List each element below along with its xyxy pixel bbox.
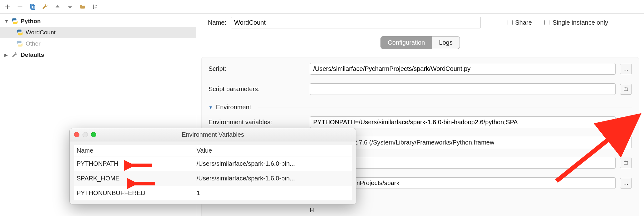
- tree-item-label: Other: [26, 40, 41, 47]
- plus-icon[interactable]: [4, 3, 11, 11]
- tab-configuration[interactable]: Configuration: [380, 36, 432, 49]
- dialog-title: Environment Variables: [70, 131, 356, 138]
- python-icon: [16, 29, 23, 36]
- single-instance-label: Single instance only: [552, 19, 608, 26]
- script-input[interactable]: [310, 63, 616, 75]
- env-value-cell: /Users/similarface/spark-1.6.0-bin...: [197, 175, 349, 182]
- wrench-icon[interactable]: [41, 3, 49, 11]
- script-browse-button[interactable]: …: [620, 64, 632, 74]
- env-vars-dialog: Environment Variables Name Value PYTHONP…: [69, 128, 356, 204]
- python-icon: [16, 40, 23, 47]
- single-instance-checkbox[interactable]: Single instance only: [544, 19, 608, 26]
- interpreter-options-expand-button[interactable]: [620, 158, 632, 168]
- script-params-input[interactable]: [310, 83, 616, 95]
- env-vars-label: Environment variables:: [209, 119, 305, 126]
- python-icon: [11, 18, 18, 25]
- table-row[interactable]: PYTHONUNBUFFERED 1: [74, 186, 352, 200]
- updown-icon: ▲▼: [624, 140, 628, 145]
- script-params-expand-button[interactable]: [620, 84, 632, 95]
- chevron-right-icon: ▶: [4, 52, 9, 57]
- env-value-cell: /Users/similarface/spark-1.6.0-bin...: [197, 160, 349, 167]
- svg-rect-1: [32, 5, 35, 9]
- tree-node-defaults[interactable]: ▶ Defaults: [0, 49, 196, 61]
- table-row[interactable]: PYTHONPATH /Users/similarface/spark-1.6.…: [74, 156, 352, 171]
- sort-az-icon[interactable]: az: [91, 3, 99, 11]
- env-name-cell: SPARK_HOME: [77, 175, 197, 182]
- chevron-down-icon: ▼: [4, 19, 9, 24]
- tabs: Configuration Logs: [201, 36, 639, 49]
- partial-text-2: H: [310, 207, 314, 214]
- arrow-up-icon[interactable]: [54, 3, 61, 11]
- environment-section-label: Environment: [216, 104, 251, 111]
- env-name-cell: PYTHONUNBUFFERED: [77, 189, 197, 197]
- tree-item-wordcount[interactable]: WordCount: [0, 27, 196, 38]
- minus-icon[interactable]: [16, 3, 24, 11]
- script-label: Script:: [209, 65, 305, 72]
- share-label: Share: [515, 19, 532, 26]
- interpreter-dropdown[interactable]: efault (Python 2.7.6 (/System/Library/Fr…: [310, 137, 632, 148]
- dialog-titlebar[interactable]: Environment Variables: [70, 128, 356, 141]
- tree-node-python[interactable]: ▼ Python: [0, 16, 196, 27]
- env-vars-input[interactable]: [310, 116, 616, 128]
- column-header-value[interactable]: Value: [197, 147, 349, 154]
- tree-node-label: Python: [21, 18, 41, 25]
- script-params-label: Script parameters:: [209, 86, 305, 93]
- svg-text:a: a: [95, 4, 97, 7]
- divider: [258, 107, 632, 107]
- tab-logs[interactable]: Logs: [432, 36, 460, 49]
- share-checkbox[interactable]: Share: [507, 19, 532, 26]
- wrench-icon: [11, 52, 18, 58]
- svg-rect-0: [31, 4, 34, 8]
- environment-section-header[interactable]: ▼ Environment: [209, 104, 632, 111]
- name-label: Name:: [201, 19, 226, 26]
- tree-item-label: WordCount: [26, 29, 56, 36]
- env-vars-browse-button[interactable]: …: [620, 117, 632, 128]
- arrow-down-icon[interactable]: [66, 3, 74, 11]
- column-header-name[interactable]: Name: [77, 147, 197, 154]
- env-vars-table: Name Value PYTHONPATH /Users/similarface…: [70, 141, 356, 204]
- name-input[interactable]: [231, 17, 481, 28]
- working-dir-browse-button[interactable]: …: [620, 178, 632, 189]
- copy-icon[interactable]: [29, 3, 36, 11]
- env-name-cell: PYTHONPATH: [77, 160, 197, 167]
- chevron-down-icon: ▼: [209, 105, 213, 110]
- toolbar: az: [0, 0, 644, 14]
- tree-item-other[interactable]: Other: [0, 38, 196, 49]
- svg-text:z: z: [95, 7, 97, 10]
- table-row[interactable]: SPARK_HOME /Users/similarface/spark-1.6.…: [74, 171, 352, 186]
- env-value-cell: 1: [197, 189, 349, 197]
- tree-node-label: Defaults: [21, 52, 44, 58]
- folder-open-icon[interactable]: [79, 3, 86, 11]
